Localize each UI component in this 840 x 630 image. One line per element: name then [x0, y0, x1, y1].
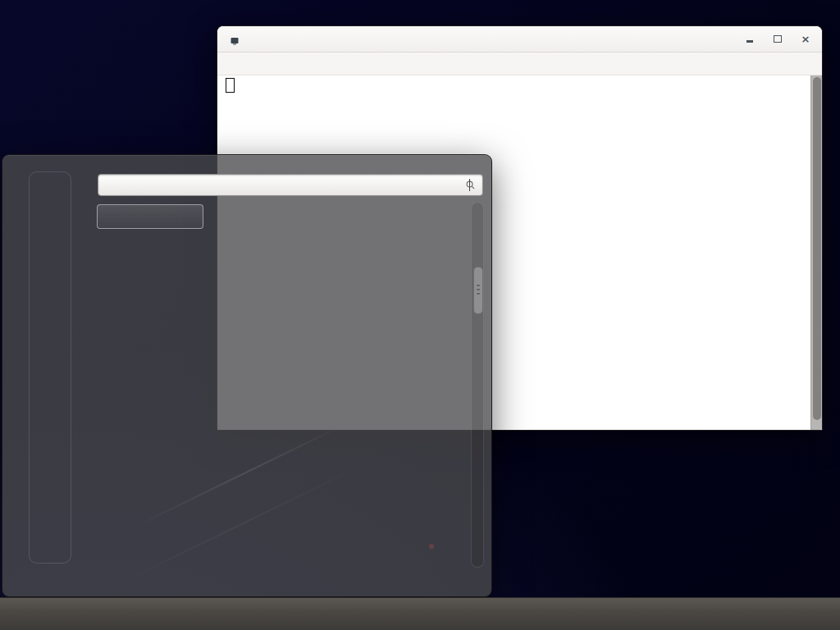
application-menu: [2, 154, 492, 597]
minimize-button[interactable]: [745, 34, 755, 44]
terminal-cursor: [226, 78, 235, 93]
text-caret: [469, 179, 470, 191]
maximize-button[interactable]: [773, 34, 783, 44]
application-list-scrollbar[interactable]: [471, 202, 484, 568]
terminal-app-icon: [230, 34, 240, 43]
all-applications-button[interactable]: [97, 204, 203, 229]
application-list-scrollbar-handle[interactable]: [473, 267, 483, 314]
search-box[interactable]: [98, 174, 483, 196]
favorites-column: [29, 171, 71, 564]
terminal-titlebar[interactable]: ×: [217, 26, 822, 52]
terminal-menubar: [217, 52, 822, 75]
terminal-scrollbar-handle[interactable]: [813, 77, 821, 420]
close-button[interactable]: ×: [801, 34, 810, 44]
shell-prompt: [217, 75, 822, 94]
search-icon: [464, 179, 477, 191]
terminal-scrollbar[interactable]: [810, 75, 822, 430]
taskbar: [0, 597, 840, 630]
